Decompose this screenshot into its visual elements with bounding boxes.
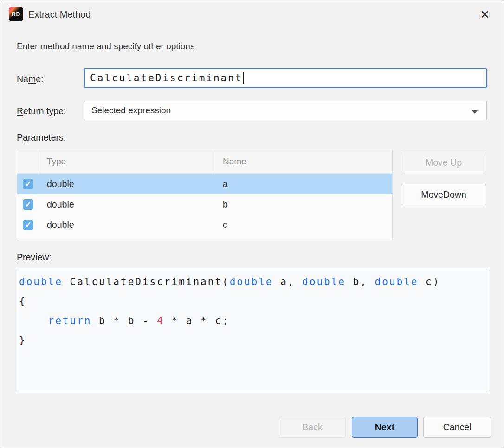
- number-literal: 4: [157, 315, 164, 326]
- method-name-input[interactable]: CalculateDiscriminant: [84, 68, 487, 88]
- extract-method-dialog: RD Extract Method ✕ Enter method name an…: [0, 0, 504, 448]
- code-text: CalculateDiscriminant(: [63, 276, 230, 287]
- code-line-1: double CalculateDiscriminant(double a, d…: [19, 272, 485, 292]
- table-row-a[interactable]: ✓ double a: [17, 174, 392, 194]
- code-line-4: }: [19, 331, 485, 350]
- row-b-check-cell: ✓: [17, 199, 39, 210]
- code-text: a,: [273, 276, 303, 287]
- name-label-mnemonic: m: [28, 74, 36, 84]
- return-type-label: Return type:: [17, 106, 66, 117]
- return-type-label-post: eturn type:: [23, 106, 66, 116]
- row-a-check-cell: ✓: [17, 179, 39, 189]
- row-b-type: double: [39, 199, 215, 210]
- move-up-button[interactable]: Move Up: [401, 152, 486, 173]
- return-type-value: Selected expression: [91, 105, 171, 116]
- row-a-type: double: [39, 179, 215, 189]
- header-checkbox-column: [17, 149, 39, 173]
- row-c-check-cell: ✓: [17, 220, 39, 230]
- parameters-label: Parameters:: [17, 132, 66, 143]
- code-text: * a * c;: [164, 315, 230, 326]
- code-indent: [19, 315, 48, 326]
- parameters-label-post: rameters:: [28, 132, 66, 143]
- table-row-c[interactable]: ✓ double c: [17, 214, 392, 235]
- row-a-checkbox[interactable]: ✓: [23, 179, 33, 189]
- parameters-table-header: Type Name: [17, 149, 392, 174]
- return-type-select[interactable]: Selected expression: [84, 101, 487, 120]
- cancel-button[interactable]: Cancel: [423, 417, 491, 438]
- row-c-name: c: [215, 220, 392, 230]
- keyword-double: double: [375, 276, 419, 287]
- code-line-2: {: [19, 292, 485, 311]
- name-label-post: e:: [36, 74, 43, 84]
- row-a-name: a: [215, 179, 392, 189]
- code-line-3: return b * b - 4 * a * c;: [19, 311, 485, 331]
- close-icon[interactable]: ✕: [480, 7, 490, 21]
- move-down-post: own: [450, 189, 466, 200]
- row-b-name: b: [215, 199, 392, 210]
- table-row-b[interactable]: ✓ double b: [17, 194, 392, 214]
- dialog-subtitle: Enter method name and specify other opti…: [17, 41, 194, 52]
- parameters-label-pre: P: [17, 132, 23, 143]
- row-b-checkbox[interactable]: ✓: [23, 199, 33, 210]
- move-down-mnemonic: D: [443, 189, 450, 200]
- header-name-column: Name: [215, 149, 392, 173]
- keyword-double: double: [302, 276, 346, 287]
- back-button[interactable]: Back: [279, 417, 346, 438]
- keyword-double: double: [230, 276, 273, 287]
- method-name-value: CalculateDiscriminant: [90, 72, 243, 84]
- name-label-pre: Na: [17, 74, 28, 84]
- code-text: b * b -: [91, 315, 157, 326]
- rider-app-icon-text: RD: [12, 11, 20, 18]
- keyword-double: double: [19, 276, 63, 287]
- parameters-table: Type Name ✓ double a ✓ double b ✓ double…: [17, 149, 393, 240]
- next-button[interactable]: Next: [352, 417, 418, 438]
- return-type-label-mnemonic: R: [17, 106, 23, 116]
- header-type-column: Type: [39, 149, 215, 173]
- code-text: c): [418, 276, 440, 287]
- move-down-button[interactable]: Move Down: [401, 184, 486, 205]
- preview-label: Preview:: [17, 252, 52, 263]
- name-label: Name:: [17, 74, 43, 84]
- code-preview: double CalculateDiscriminant(double a, d…: [17, 268, 489, 393]
- keyword-return: return: [48, 315, 92, 326]
- dialog-title: Extract Method: [28, 9, 91, 20]
- code-text: b,: [346, 276, 375, 287]
- parameters-label-mnemonic: a: [23, 132, 28, 143]
- row-c-type: double: [39, 220, 215, 230]
- row-c-checkbox[interactable]: ✓: [23, 220, 33, 230]
- rider-app-icon: RD: [9, 7, 23, 21]
- chevron-down-icon: [471, 110, 478, 114]
- text-caret: [243, 72, 244, 84]
- move-down-pre: Move: [421, 189, 443, 200]
